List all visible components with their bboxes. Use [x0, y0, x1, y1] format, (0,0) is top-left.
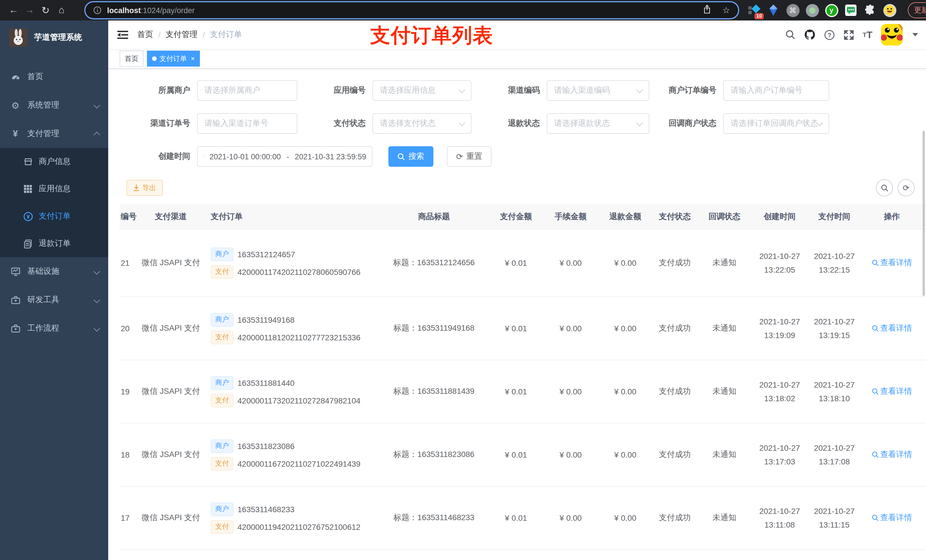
- site-info-icon[interactable]: [94, 6, 101, 14]
- filter-input[interactable]: 请输入商户订单编号: [723, 80, 829, 101]
- sidebar-item-refund-order[interactable]: 退款订单: [0, 230, 108, 257]
- sidebar-item-dev-tools[interactable]: 研发工具: [0, 286, 108, 314]
- filter-input[interactable]: 请输入渠道订单号: [197, 113, 297, 134]
- cell-callback: 未通知: [701, 360, 748, 423]
- refresh-table-button[interactable]: ⟳: [897, 179, 915, 196]
- merchant-tag: 商户: [211, 502, 233, 516]
- github-icon[interactable]: [804, 29, 816, 41]
- column-header: 支付订单: [205, 204, 376, 229]
- address-bar[interactable]: localhost:1024/pay/order ☆: [85, 2, 738, 18]
- sidebar-item-label: 商户信息: [39, 157, 71, 167]
- page-scrollbar[interactable]: [923, 131, 925, 296]
- cell-fee: ¥ 0.00: [540, 360, 601, 423]
- toggle-search-button[interactable]: [876, 179, 893, 196]
- url-host: localhost: [107, 6, 141, 15]
- fullscreen-icon[interactable]: [843, 29, 854, 40]
- cell-channel: 微信 JSAPI 支付: [137, 423, 205, 486]
- view-detail-link[interactable]: 查看详情: [872, 386, 912, 397]
- filter-group: 退款状态请选择退款状态: [472, 113, 649, 134]
- tab-pay-order[interactable]: 支付订单 ×: [147, 51, 200, 66]
- chevron-down-icon: [94, 102, 100, 109]
- browser-forward-icon[interactable]: →: [22, 5, 38, 16]
- column-header: 退款金额: [601, 204, 649, 229]
- filter-select[interactable]: 请输入渠道编码: [547, 80, 649, 101]
- gem-extension-icon[interactable]: [767, 3, 780, 17]
- tab-home[interactable]: 首页: [120, 51, 144, 66]
- cell-pay-order: 商户1635311468233支付42000011942021102767521…: [205, 486, 376, 549]
- export-button[interactable]: 导出: [126, 180, 163, 196]
- merchant-tag: 商户: [211, 376, 233, 389]
- view-detail-link[interactable]: 查看详情: [872, 323, 912, 334]
- channel-order-no: 4200001167202110271022491439: [238, 459, 360, 468]
- breadcrumb-payment[interactable]: 支付管理: [166, 30, 198, 40]
- reset-button[interactable]: ⟳ 重置: [447, 146, 491, 167]
- sidebar: 芋道管理系统 首页 ⚙ 系统管理 ¥ 支付管理: [0, 21, 108, 560]
- chat-extension-icon[interactable]: [844, 3, 858, 17]
- app-title: 芋道管理系统: [34, 32, 82, 43]
- browser-back-icon[interactable]: ←: [6, 5, 22, 16]
- cell-id: 18: [120, 423, 137, 486]
- filter-label-create-time: 创建时间: [120, 151, 190, 162]
- extensions-puzzle-icon[interactable]: [863, 3, 877, 17]
- sidebar-item-system[interactable]: ⚙ 系统管理: [0, 91, 108, 119]
- browser-home-icon[interactable]: ⌂: [53, 5, 70, 16]
- cell-created: 2021-10-2713:22:05: [748, 229, 811, 297]
- sidebar-collapse-icon[interactable]: [108, 30, 137, 39]
- avatar-dropdown-icon[interactable]: [912, 33, 918, 36]
- emoji-extension-icon[interactable]: [883, 3, 896, 17]
- cell-fee: ¥ 0.00: [540, 297, 601, 360]
- refresh-icon: ⟳: [456, 152, 463, 161]
- cell-paid: 2021-10-2713:19:15: [811, 297, 858, 360]
- sidebar-item-workflow[interactable]: 工作流程: [0, 314, 108, 343]
- view-detail-link[interactable]: 查看详情: [872, 513, 912, 523]
- filter-select[interactable]: 请选择退款状态: [547, 113, 649, 134]
- search-icon: [872, 260, 878, 266]
- filter-select[interactable]: 请选择应用信息: [372, 80, 472, 101]
- filter-select[interactable]: 请选择订单回调商户状态: [723, 113, 829, 134]
- merchant-order-no: 1635312124657: [238, 249, 295, 259]
- help-icon[interactable]: ?: [824, 29, 835, 40]
- bookmark-star-icon[interactable]: ☆: [722, 5, 730, 15]
- cell-pay-order: 商户163531115786: [205, 549, 376, 560]
- sidebar-item-infrastructure[interactable]: 基础设施: [0, 257, 108, 286]
- cell-fee: ¥ 0.00: [540, 486, 601, 549]
- pay-tag: 支付: [211, 331, 233, 344]
- chevron-down-icon: [94, 325, 100, 332]
- create-time-range-input[interactable]: 2021-10-01 00:00:00 - 2021-10-31 23:59:5…: [197, 146, 372, 167]
- sidebar-item-pay-order[interactable]: ¥ 支付订单: [0, 202, 108, 230]
- sidebar-item-app-info[interactable]: 应用信息: [0, 175, 108, 202]
- pinned-extension-icon[interactable]: 10: [747, 3, 761, 17]
- breadcrumb-home[interactable]: 首页: [137, 30, 153, 40]
- command-extension-icon[interactable]: ⌘: [786, 3, 800, 17]
- merchant-tag: 商户: [211, 439, 233, 453]
- browser-reload-icon[interactable]: ↻: [38, 4, 53, 16]
- tab-label: 首页: [125, 54, 138, 63]
- header-search-icon[interactable]: [785, 30, 796, 40]
- font-size-icon[interactable]: TT: [863, 30, 873, 39]
- filter-label: 支付状态: [297, 118, 366, 128]
- user-avatar[interactable]: [881, 24, 903, 45]
- sidebar-item-merchant-info[interactable]: 商户信息: [0, 148, 108, 175]
- share-icon[interactable]: [702, 4, 711, 16]
- filter-select[interactable]: 请选择支付状态: [372, 113, 472, 134]
- view-detail-link[interactable]: 查看详情: [872, 450, 912, 460]
- filter-input[interactable]: 请选择所属商户: [197, 80, 297, 101]
- column-header: 支付金额: [492, 204, 540, 229]
- search-button[interactable]: 搜索: [388, 146, 433, 167]
- sidebar-item-payment[interactable]: ¥ 支付管理: [0, 119, 108, 148]
- cell-refund: ¥ 0.00: [601, 486, 649, 549]
- cell-status: 支付成功: [649, 297, 701, 360]
- channel-order-no: 4200001174202110278060590766: [238, 267, 360, 276]
- cell-action: 查看详情: [858, 486, 926, 549]
- view-detail-link[interactable]: 查看详情: [872, 258, 912, 268]
- cell-channel: [137, 549, 205, 560]
- y-extension-icon[interactable]: y: [825, 3, 838, 17]
- column-header: 手续金额: [540, 204, 601, 229]
- dot-extension-icon[interactable]: [805, 3, 819, 17]
- url-path: :1024/pay/order: [141, 6, 195, 15]
- sidebar-item-home[interactable]: 首页: [0, 63, 108, 91]
- filter-label: 所属商户: [120, 85, 190, 96]
- tab-close-icon[interactable]: ×: [191, 54, 195, 63]
- cell-fee: ¥ 0.00: [540, 423, 601, 486]
- browser-update-button[interactable]: 更新 ⋮: [908, 2, 926, 18]
